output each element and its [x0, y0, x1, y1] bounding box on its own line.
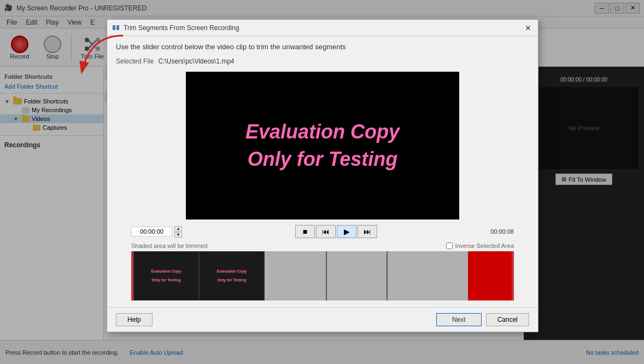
modal-instruction: Use the slider control below the video c…	[116, 43, 529, 51]
playhead-marker-2	[387, 251, 388, 301]
video-watermark: Evaluation Copy Only for Testing	[245, 118, 400, 174]
time-input-group: ▲ ▼	[131, 226, 182, 238]
modal-title: Trim Segments From Screen Recording	[124, 24, 523, 32]
end-time-display: 00:00:08	[490, 228, 514, 235]
thumb2-text: Evaluation Copy Only for Testing	[217, 269, 247, 283]
watermark-line2: Only for Testing	[245, 146, 400, 173]
modal-overlay: Trim Segments From Screen Recording ✕ Us…	[0, 0, 644, 364]
trim-label-row: Shaded area will be trimmed Inverse Sele…	[131, 242, 514, 249]
right-trim-area[interactable]	[468, 251, 512, 301]
modal-icon	[112, 24, 120, 32]
playhead-marker-1	[326, 251, 327, 301]
right-trim-marker	[487, 292, 493, 301]
fast-forward-button[interactable]: ⏭	[358, 225, 377, 238]
svg-rect-11	[116, 25, 119, 30]
help-button[interactable]: Help	[116, 313, 153, 326]
right-trim-handle[interactable]	[512, 251, 514, 301]
trim-container: Shaded area will be trimmed Inverse Sele…	[131, 242, 514, 301]
transport-controls: ■ ⏮ ▶ ⏭	[182, 225, 490, 238]
playback-row: ▲ ▼ ■ ⏮ ▶ ⏭ 00:00:08	[131, 225, 514, 238]
cancel-button[interactable]: Cancel	[486, 313, 529, 326]
modal-close-button[interactable]: ✕	[523, 22, 534, 33]
timeline[interactable]: Evaluation Copy Only for Testing Evaluat…	[131, 251, 514, 301]
inverse-label: Inverse Selected Area	[455, 242, 514, 249]
inverse-checkbox[interactable]	[446, 242, 453, 249]
modal-file-row: Selected File C:\Users\pc\Videos\1.mp4	[116, 57, 529, 65]
time-steppers: ▲ ▼	[174, 226, 182, 238]
thumb1-text: Evaluation Copy Only for Testing	[151, 269, 182, 283]
modal-title-bar: Trim Segments From Screen Recording ✕	[107, 20, 538, 36]
video-player: Evaluation Copy Only for Testing	[186, 72, 459, 219]
time-up-button[interactable]: ▲	[174, 226, 182, 232]
time-down-button[interactable]: ▼	[174, 232, 182, 238]
selected-file-label: Selected File	[116, 57, 154, 65]
stop-playback-button[interactable]: ■	[295, 225, 315, 238]
svg-rect-10	[113, 25, 115, 30]
next-button[interactable]: Next	[436, 313, 482, 326]
trim-modal: Trim Segments From Screen Recording ✕ Us…	[107, 19, 538, 332]
watermark-line1: Evaluation Copy	[245, 118, 400, 146]
play-button[interactable]: ▶	[337, 225, 356, 238]
shaded-label: Shaded area will be trimmed	[131, 242, 207, 249]
thumbnail-2: Evaluation Copy Only for Testing	[199, 251, 265, 301]
modal-footer: Help Next Cancel	[107, 307, 538, 332]
timeline-middle[interactable]	[265, 251, 468, 301]
time-input[interactable]	[131, 227, 172, 236]
modal-body: Use the slider control below the video c…	[107, 36, 538, 307]
selected-file-path: C:\Users\pc\Videos\1.mp4	[158, 57, 234, 65]
rewind-button[interactable]: ⏮	[316, 225, 336, 238]
thumbnail-1: Evaluation Copy Only for Testing	[133, 251, 199, 301]
footer-buttons: Next Cancel	[436, 313, 529, 326]
inverse-check: Inverse Selected Area	[446, 242, 514, 249]
